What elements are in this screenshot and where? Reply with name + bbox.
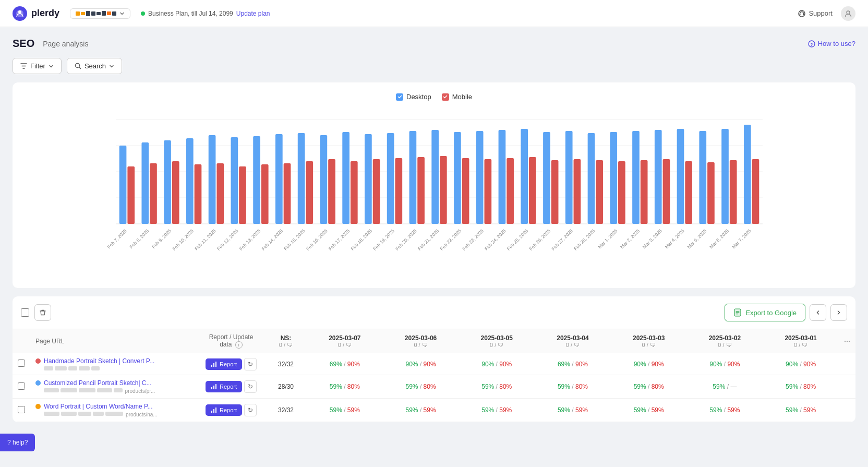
svg-text:Mar 6, 2025: Mar 6, 2025 [708, 228, 730, 249]
svg-rect-58 [610, 132, 617, 224]
report-button-1[interactable]: Report [206, 381, 242, 392]
score-cell-0-6: 90% / 90% [763, 353, 839, 375]
score-red: 59% [347, 406, 360, 414]
score-green: 59% [406, 383, 418, 390]
score-green: 90% [634, 361, 646, 368]
score-red: 90% [424, 361, 436, 368]
score-red: 59% [727, 406, 740, 414]
refresh-button-2[interactable]: ↻ [244, 404, 257, 416]
refresh-button-0[interactable]: ↻ [244, 358, 257, 370]
svg-text:Feb 18, 2025: Feb 18, 2025 [350, 228, 373, 252]
svg-text:Feb 26, 2025: Feb 26, 2025 [528, 228, 552, 252]
how-to-use-label: How to use? [818, 40, 855, 47]
user-avatar[interactable] [841, 6, 855, 21]
how-to-use-link[interactable]: ? How to use? [808, 40, 855, 47]
table-row: Customized Pencil Portrait Sketch| C... … [13, 375, 855, 399]
export-google-button[interactable]: Export to Google [725, 304, 805, 321]
svg-rect-17 [150, 163, 157, 224]
row-checkbox-2[interactable] [18, 406, 25, 413]
table-toolbar: Export to Google [13, 296, 855, 329]
refresh-button-1[interactable]: ↻ [244, 380, 257, 393]
svg-rect-24 [231, 137, 238, 224]
svg-text:Feb 9, 2025: Feb 9, 2025 [151, 228, 172, 249]
legend-mobile[interactable]: Mobile [442, 93, 472, 101]
filter-label: Filter [30, 62, 45, 70]
plan-label: Business Plan, till Jul 14, 2099 [148, 10, 233, 17]
svg-rect-15 [127, 166, 135, 224]
report-info-icon[interactable]: i [235, 341, 243, 349]
date-0-val: 0 / 🗨 [312, 342, 378, 348]
svg-text:Feb 13, 2025: Feb 13, 2025 [238, 228, 262, 252]
google-sheets-icon [733, 308, 742, 317]
score-cell-0-5: 90% / 90% [687, 353, 763, 375]
score-cell-2-0: 59% / 59% [307, 399, 383, 422]
svg-rect-43 [440, 156, 447, 224]
score-green: 59% [558, 383, 570, 390]
plan-selector[interactable] [70, 8, 130, 19]
th-date-4: 2025-03-03 0 / 🗨 [611, 329, 687, 353]
report-button-2[interactable]: Report [206, 404, 242, 416]
th-date-2: 2025-03-05 0 / 🗨 [459, 329, 535, 353]
table-panel: Export to Google Page URL [13, 296, 855, 422]
legend-desktop[interactable]: Desktop [396, 93, 431, 101]
filter-button[interactable]: Filter [13, 58, 62, 74]
svg-rect-28 [275, 134, 283, 224]
svg-rect-20 [186, 138, 194, 224]
svg-rect-63 [663, 159, 670, 224]
svg-rect-52 [543, 132, 550, 224]
select-all-checkbox[interactable] [21, 308, 29, 317]
svg-rect-44 [454, 132, 461, 224]
svg-text:Mar 5, 2025: Mar 5, 2025 [686, 228, 707, 249]
logo[interactable]: plerdy [13, 6, 59, 21]
prev-page-button[interactable] [810, 304, 826, 321]
page-content: SEO Page analysis ? How to use? Filter S… [0, 27, 868, 433]
ns-cell: 32/32 [265, 353, 307, 375]
report-cell: Report ↻ [197, 399, 265, 422]
svg-rect-27 [261, 164, 269, 224]
score-cell-2-4: 59% / 59% [611, 399, 687, 422]
score-red: 59% [652, 406, 664, 414]
url-link-2[interactable]: Word Portrait | Custom Word/Name P... [44, 403, 153, 410]
score-red: 80% [347, 383, 360, 390]
trash-icon [39, 309, 46, 316]
svg-rect-54 [565, 131, 573, 224]
next-page-button[interactable] [830, 304, 847, 321]
svg-rect-39 [395, 158, 402, 224]
svg-rect-42 [431, 130, 439, 224]
date-6-label: 2025-03-01 [768, 334, 834, 342]
svg-rect-31 [306, 161, 313, 224]
svg-rect-56 [588, 133, 595, 224]
date-1-val: 0 / 🗨 [388, 342, 454, 348]
score-green: 59% [481, 383, 494, 390]
page-header: SEO Page analysis ? How to use? [13, 38, 855, 50]
svg-rect-112 [211, 411, 212, 413]
svg-rect-55 [574, 159, 581, 224]
bar-chart-icon [211, 361, 217, 367]
svg-point-5 [847, 11, 850, 14]
search-button[interactable]: Search [67, 58, 122, 74]
update-plan-link[interactable]: Update plan [236, 10, 270, 17]
url-link-1[interactable]: Customized Pencil Portrait Sketch| C... [44, 379, 152, 387]
score-green: 90% [709, 361, 722, 368]
svg-rect-70 [744, 125, 751, 224]
row-checkbox-0[interactable] [18, 360, 25, 367]
url-link-0[interactable]: Handmade Portrait Sketch | Convert P... [44, 357, 154, 365]
chart-panel: Desktop Mobile Feb 7, 2025Feb 8, 2025Fe [13, 82, 855, 288]
page-title-row: SEO Page analysis [13, 38, 88, 50]
search-label: Search [85, 62, 106, 70]
score-cell-1-6: 59% / 80% [763, 375, 839, 399]
score-red: 80% [803, 383, 816, 390]
svg-text:Feb 27, 2025: Feb 27, 2025 [550, 228, 574, 252]
support-button[interactable]: Support [798, 9, 833, 18]
th-ns: NS: 0 / 🗨 [265, 329, 307, 353]
th-date-5: 2025-03-02 0 / 🗨 [687, 329, 763, 353]
delete-button[interactable] [34, 304, 51, 321]
report-button-0[interactable]: Report [206, 358, 242, 370]
th-date-3: 2025-03-04 0 / 🗨 [535, 329, 611, 353]
svg-rect-68 [721, 129, 729, 224]
row-checkbox-1[interactable] [18, 382, 25, 390]
table-toolbar-left [21, 304, 51, 321]
headset-icon [798, 9, 806, 18]
score-cell-1-1: 59% / 80% [383, 375, 459, 399]
svg-text:Feb 22, 2025: Feb 22, 2025 [439, 228, 463, 252]
